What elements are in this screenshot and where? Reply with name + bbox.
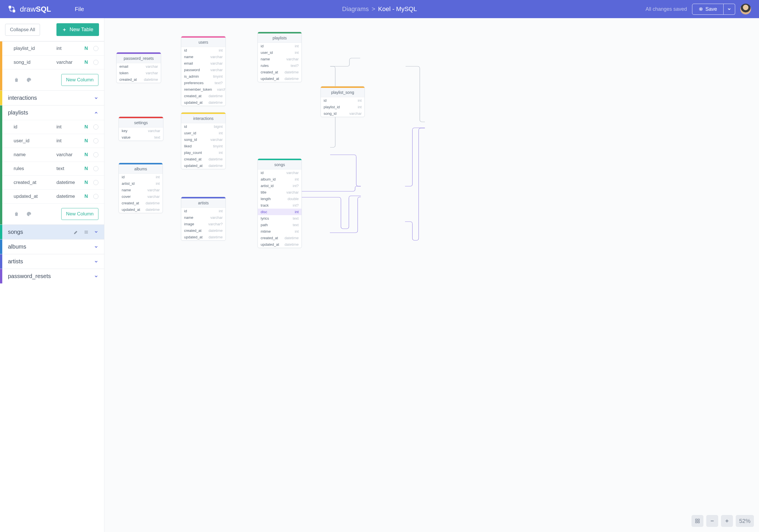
new-column-button[interactable]: New Column [61,74,99,86]
table-column[interactable]: song_idvarchar [181,136,225,143]
pk-radio[interactable] [93,125,99,130]
table-column[interactable]: covervarchar [119,193,163,200]
table-column[interactable]: idbigint [181,123,225,130]
table-column[interactable]: created_atdatetime [181,156,225,162]
table-column[interactable]: updated_atdatetime [119,206,163,213]
table-header-playlists[interactable]: playlists [0,105,104,120]
table-column[interactable]: discint [258,209,301,215]
table-column[interactable]: idvarchar [258,170,301,176]
table-column[interactable]: created_atdatetime [258,69,301,75]
table-column[interactable]: valuetext [119,134,163,140]
table-column[interactable]: passwordvarchar [181,67,225,73]
file-menu[interactable]: File [75,6,84,13]
table-column[interactable]: user_idint [258,49,301,56]
table-playlists[interactable]: playlists idintuser_idintnamevarcharrule… [258,32,302,82]
table-column[interactable]: updated_atdatetime [181,162,225,169]
logo[interactable]: drawSQL [8,5,51,14]
pk-radio[interactable] [93,166,99,171]
collapse-all-button[interactable]: Collapse All [5,24,40,36]
pk-radio[interactable] [93,152,99,157]
avatar[interactable] [740,4,751,15]
canvas[interactable]: password_resets emailvarchartokenvarchar… [104,18,759,532]
table-column[interactable]: namevarchar [119,187,163,193]
new-table-button[interactable]: New Table [57,23,99,36]
pk-radio[interactable] [93,180,99,185]
new-column-button[interactable]: New Column [61,208,99,220]
table-column[interactable]: namevarchar [258,56,301,62]
table-column[interactable]: imagevarchar? [181,221,225,227]
table-column[interactable]: lengthdouble [258,196,301,202]
table-column[interactable]: is_admintinyint [181,73,225,80]
column-row[interactable]: namevarcharN [2,148,104,162]
column-row[interactable]: song_id varchar N [2,55,104,69]
pencil-icon[interactable] [73,230,79,235]
pk-radio[interactable] [93,138,99,143]
table-column[interactable]: emailvarchar [117,63,161,70]
breadcrumb-root[interactable]: Diagrams [342,5,369,13]
table-column[interactable]: lyricstext [258,215,301,222]
table-column[interactable]: trackint? [258,202,301,209]
table-column[interactable]: created_atdatetime [258,235,301,241]
trash-icon[interactable] [14,77,19,83]
table-header-password-resets[interactable]: password_resets [0,269,104,284]
table-column[interactable]: idint [258,43,301,49]
table-users[interactable]: users idintnamevarcharemailvarcharpasswo… [181,36,226,106]
table-artists[interactable]: artists idintnamevarcharimagevarchar?cre… [181,197,226,241]
table-settings[interactable]: settings keyvarcharvaluetext [119,117,163,141]
table-column[interactable]: artist_idint? [258,182,301,189]
table-column[interactable]: created_atdatetime [181,227,225,234]
table-column[interactable]: updated_atdatetime [258,75,301,82]
table-column[interactable]: updated_atdatetime [181,99,225,106]
pk-radio[interactable] [93,60,99,65]
column-row[interactable]: idintN [2,120,104,134]
palette-icon[interactable] [26,77,32,83]
table-column[interactable]: play_countint [181,149,225,156]
table-column[interactable]: created_atdatetime [117,76,161,83]
table-column[interactable]: titlevarchar [258,189,301,196]
palette-icon[interactable] [26,211,32,217]
table-column[interactable]: emailvarchar [181,60,225,67]
table-column[interactable]: idint [181,208,225,214]
table-column[interactable]: updated_atdatetime [181,234,225,240]
table-column[interactable]: created_atdatetime [119,200,163,206]
grid-view-button[interactable] [692,515,703,527]
table-playlist-song[interactable]: playlist_song idintplaylist_idintsong_id… [321,86,365,117]
table-password-resets[interactable]: password_resets emailvarchartokenvarchar… [116,52,161,83]
table-column[interactable]: updated_atdatetime [258,241,301,248]
zoom-in-button[interactable] [721,515,733,527]
table-column[interactable]: namevarchar [181,214,225,221]
trash-icon[interactable] [14,211,19,217]
table-header-albums[interactable]: albums [0,240,104,254]
table-column[interactable]: artist_idint [119,180,163,187]
table-column[interactable]: tokenvarchar [117,70,161,76]
pk-radio[interactable] [93,46,99,51]
table-header-songs[interactable]: songs [0,225,104,239]
table-column[interactable]: album_idint [258,176,301,182]
table-column[interactable]: idint [321,97,365,104]
column-row[interactable]: created_atdatetimeN [2,175,104,189]
zoom-level[interactable]: 52% [736,515,754,527]
table-column[interactable]: idint [181,47,225,54]
table-column[interactable]: mtimeint [258,228,301,235]
zoom-out-button[interactable] [706,515,718,527]
table-column[interactable]: preferencestext? [181,80,225,86]
column-row[interactable]: updated_atdatetimeN [2,189,104,203]
table-column[interactable]: keyvarchar [119,128,163,134]
breadcrumb-current[interactable]: Koel - MySQL [378,5,417,13]
list-icon[interactable] [84,230,89,235]
table-column[interactable]: remember_tokenvarchar? [181,86,225,93]
table-column[interactable]: created_atdatetime [181,93,225,99]
table-songs[interactable]: songs idvarcharalbum_idintartist_idint?t… [258,158,302,248]
column-row[interactable]: user_idintN [2,134,104,148]
table-column[interactable]: song_idvarchar [321,110,365,117]
table-column[interactable]: rulestext? [258,62,301,69]
table-column[interactable]: pathtext [258,222,301,228]
pk-radio[interactable] [93,194,99,199]
save-button[interactable]: Save [692,4,724,15]
table-header-interactions[interactable]: interactions [0,91,104,105]
column-row[interactable]: rulestextN [2,162,104,175]
table-column[interactable]: namevarchar [181,54,225,60]
table-column[interactable]: idint [119,174,163,180]
table-header-artists[interactable]: artists [0,254,104,269]
save-dropdown[interactable] [724,4,735,15]
